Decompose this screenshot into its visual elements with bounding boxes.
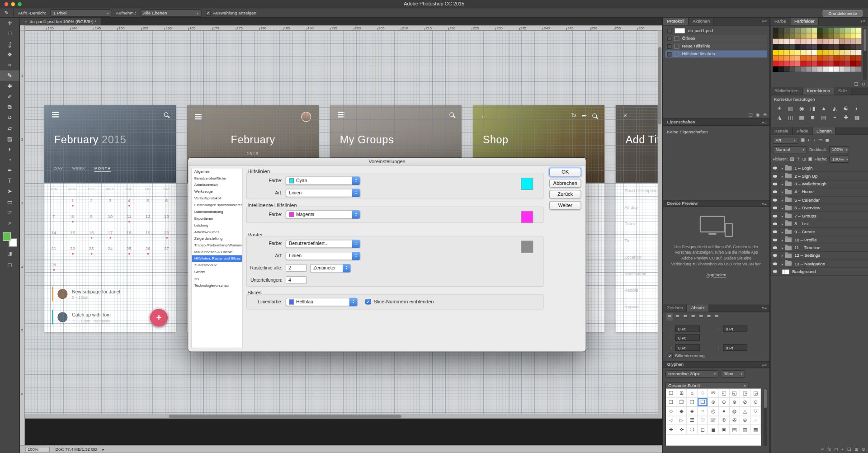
color-swatch[interactable]	[811, 28, 817, 33]
color-swatch[interactable]	[784, 55, 789, 61]
color-swatch[interactable]	[795, 61, 800, 66]
color-swatch[interactable]	[850, 61, 856, 66]
glyph-cell[interactable]: ⊘	[740, 398, 750, 407]
device-preview-panel-header[interactable]: Device Preview	[663, 200, 769, 207]
layer-row[interactable]: 10 – Profile	[771, 236, 868, 244]
calendar-day[interactable]: 18	[119, 225, 138, 241]
close-icon[interactable]: ×	[623, 112, 627, 118]
color-swatch[interactable]	[834, 28, 839, 33]
tool-button[interactable]: ▭	[0, 197, 19, 207]
category-item[interactable]: Benutzeroberfläche	[192, 175, 242, 182]
glyph-cell[interactable]: ◁	[666, 416, 676, 425]
visibility-toggle[interactable]	[771, 220, 780, 227]
glyph-cell[interactable]: ✚	[666, 425, 676, 434]
color-swatch[interactable]	[823, 33, 828, 38]
color-swatch[interactable]	[811, 55, 817, 61]
category-item[interactable]: Einstellungen synchronisieren	[192, 202, 242, 208]
tool-button[interactable]: □	[0, 28, 19, 38]
calendar-day[interactable]: 5	[138, 193, 157, 209]
color-swatch[interactable]	[839, 66, 844, 72]
color-swatch[interactable]	[811, 50, 817, 55]
layer-row[interactable]: 12 – Settings	[771, 252, 868, 260]
adjustment-icon[interactable]: ▤	[818, 113, 829, 123]
gridline-every-input[interactable]: 2	[286, 264, 307, 272]
calendar-day[interactable]: 19	[138, 225, 157, 241]
category-item[interactable]: Zeigerdarstellung	[192, 235, 242, 242]
color-swatch[interactable]	[850, 33, 856, 38]
color-swatch[interactable]	[828, 50, 834, 55]
layer-row[interactable]: 5 – Calendar	[771, 196, 868, 204]
dialog-title[interactable]: Voreinstellungen	[188, 158, 585, 166]
color-swatch[interactable]	[784, 50, 789, 55]
glyph-cell[interactable]: ⊗	[729, 398, 740, 407]
tool-button[interactable]: ʆ	[0, 39, 19, 49]
color-swatch[interactable]	[845, 55, 850, 61]
calendar-day[interactable]: 10	[101, 209, 120, 225]
color-swatch[interactable]	[823, 44, 828, 50]
glyph-cell[interactable]: ▤	[729, 425, 740, 434]
tool-button[interactable]: ◔	[0, 155, 19, 165]
color-swatch[interactable]	[801, 33, 806, 38]
glyph-cell[interactable]: ⊚	[740, 416, 750, 425]
color-swatch[interactable]	[817, 39, 822, 44]
color-swatch[interactable]	[850, 50, 856, 55]
layer-row[interactable]: 3 – Walkthrough	[771, 180, 868, 189]
form-row[interactable]: All day	[616, 199, 662, 216]
calendar-day[interactable]: 16	[82, 225, 101, 241]
color-swatch[interactable]	[784, 44, 789, 50]
color-swatch[interactable]	[839, 61, 844, 66]
calendar-day[interactable]: 12	[138, 209, 157, 225]
panel-tab[interactable]: Farbfelder	[790, 18, 819, 25]
color-swatch[interactable]	[773, 33, 778, 38]
color-swatch-control[interactable]	[3, 232, 17, 247]
color-swatch[interactable]	[789, 50, 795, 55]
color-swatch[interactable]	[845, 50, 850, 55]
color-swatch[interactable]	[856, 50, 861, 55]
color-swatch[interactable]	[828, 33, 834, 38]
color-swatch[interactable]	[784, 28, 789, 33]
color-swatch[interactable]	[828, 55, 834, 61]
panel-footer-icon[interactable]: ⊖	[763, 113, 767, 118]
calendar-day[interactable]: 24	[101, 241, 120, 257]
color-swatch[interactable]	[806, 33, 811, 38]
glyph-cell[interactable]: ◱	[729, 389, 740, 398]
glyph-cell[interactable]: ◼	[708, 425, 719, 434]
toolbar-mode-button[interactable]: ◨	[0, 249, 19, 258]
chevron-right-icon[interactable]	[782, 198, 783, 202]
color-swatch[interactable]	[773, 61, 778, 66]
glyph-cell[interactable]: ❒	[698, 398, 708, 407]
color-swatch[interactable]	[801, 44, 806, 50]
calendar-day[interactable]: 25	[119, 241, 138, 257]
color-swatch[interactable]	[834, 39, 839, 44]
color-swatch[interactable]	[817, 50, 822, 55]
visibility-toggle[interactable]	[771, 236, 780, 243]
grid-color-swatch[interactable]	[521, 241, 533, 253]
color-swatch[interactable]	[834, 50, 839, 55]
color-swatch[interactable]	[784, 33, 789, 38]
panel-tab[interactable]: Absatz	[687, 304, 709, 311]
calendar-day[interactable]: 2	[82, 193, 101, 209]
tool-button[interactable]: ⌗	[0, 60, 19, 70]
history-entry[interactable]: Hilfslinie löschen	[665, 50, 767, 57]
category-item[interactable]: Maßeinheiten & Lineale	[192, 249, 242, 255]
indent-input[interactable]: 0 Pt	[675, 326, 700, 332]
glyph-cell[interactable]: ◻	[698, 425, 708, 434]
foreground-color-swatch[interactable]	[3, 232, 11, 241]
color-swatch[interactable]	[850, 66, 856, 72]
color-swatch[interactable]	[845, 39, 850, 44]
color-swatch[interactable]	[828, 61, 834, 66]
color-swatch[interactable]	[778, 28, 784, 33]
tool-button[interactable]: T	[0, 175, 19, 186]
tool-button[interactable]: ⌕	[0, 217, 19, 228]
glyph-cell[interactable]: ❐	[676, 398, 687, 407]
tool-button[interactable]: ⧉	[0, 102, 19, 112]
chevron-right-icon[interactable]	[782, 230, 783, 234]
color-swatch[interactable]	[801, 50, 806, 55]
glyph-cell[interactable]: ☰	[687, 416, 698, 425]
color-swatch[interactable]	[839, 28, 844, 33]
color-swatch[interactable]	[845, 33, 850, 38]
glyph-cell[interactable]: ⊖	[719, 398, 729, 407]
color-swatch[interactable]	[773, 50, 778, 55]
tool-button[interactable]: ↺	[0, 113, 19, 123]
chevron-right-icon[interactable]	[782, 174, 783, 178]
